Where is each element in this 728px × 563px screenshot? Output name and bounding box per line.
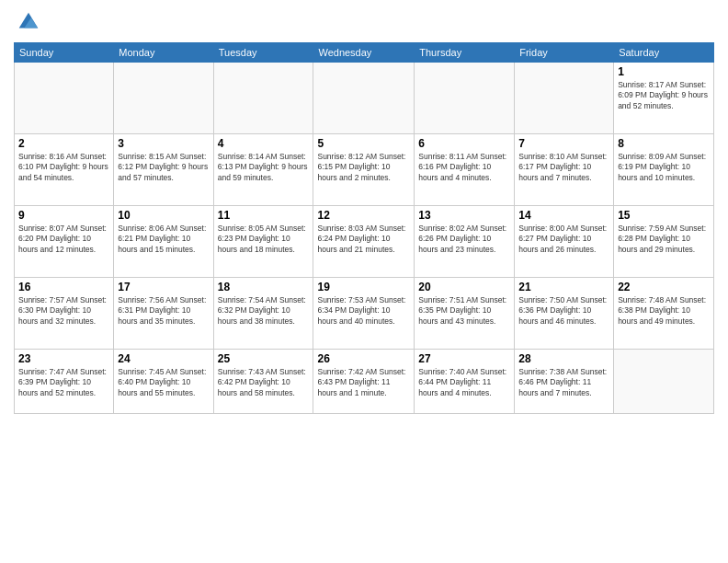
calendar-cell	[114, 63, 213, 134]
calendar-cell: 5Sunrise: 8:12 AM Sunset: 6:15 PM Daylig…	[313, 134, 415, 206]
day-number: 19	[317, 281, 410, 293]
day-info: Sunrise: 7:43 AM Sunset: 6:42 PM Dayligh…	[218, 367, 310, 398]
calendar-cell	[415, 63, 515, 134]
day-info: Sunrise: 7:56 AM Sunset: 6:31 PM Dayligh…	[118, 295, 209, 327]
day-info: Sunrise: 7:54 AM Sunset: 6:32 PM Dayligh…	[218, 295, 310, 327]
calendar-header-row: SundayMondayTuesdayWednesdayThursdayFrid…	[15, 43, 714, 63]
day-info: Sunrise: 8:03 AM Sunset: 6:24 PM Dayligh…	[317, 224, 410, 255]
day-number: 3	[118, 137, 209, 150]
col-header-monday: Monday	[114, 43, 213, 63]
day-number: 25	[218, 352, 310, 365]
day-number: 23	[18, 352, 109, 365]
day-info: Sunrise: 7:38 AM Sunset: 6:46 PM Dayligh…	[518, 367, 609, 398]
calendar-cell	[515, 63, 614, 134]
day-number: 2	[18, 137, 109, 150]
calendar-cell: 21Sunrise: 7:50 AM Sunset: 6:36 PM Dayli…	[515, 278, 614, 350]
calendar-cell: 19Sunrise: 7:53 AM Sunset: 6:34 PM Dayli…	[313, 278, 415, 350]
calendar-cell: 9Sunrise: 8:07 AM Sunset: 6:20 PM Daylig…	[15, 206, 114, 278]
day-info: Sunrise: 8:17 AM Sunset: 6:09 PM Dayligh…	[618, 80, 710, 111]
day-info: Sunrise: 7:59 AM Sunset: 6:28 PM Dayligh…	[618, 224, 710, 255]
calendar-cell	[15, 63, 114, 134]
day-number: 11	[218, 209, 310, 222]
calendar-week-2: 2Sunrise: 8:16 AM Sunset: 6:10 PM Daylig…	[15, 134, 714, 206]
day-number: 17	[118, 281, 209, 293]
day-info: Sunrise: 8:10 AM Sunset: 6:17 PM Dayligh…	[518, 152, 609, 183]
day-info: Sunrise: 7:40 AM Sunset: 6:44 PM Dayligh…	[418, 367, 510, 398]
calendar-cell: 13Sunrise: 8:02 AM Sunset: 6:26 PM Dayli…	[415, 206, 515, 278]
day-info: Sunrise: 8:12 AM Sunset: 6:15 PM Dayligh…	[317, 152, 410, 183]
day-number: 27	[418, 352, 510, 365]
day-number: 16	[18, 281, 109, 293]
calendar-cell: 12Sunrise: 8:03 AM Sunset: 6:24 PM Dayli…	[313, 206, 415, 278]
day-number: 28	[518, 352, 609, 365]
calendar-cell: 23Sunrise: 7:47 AM Sunset: 6:39 PM Dayli…	[15, 350, 114, 414]
day-info: Sunrise: 8:14 AM Sunset: 6:13 PM Dayligh…	[218, 152, 310, 183]
day-number: 10	[118, 209, 209, 222]
day-number: 1	[618, 65, 710, 78]
day-info: Sunrise: 8:07 AM Sunset: 6:20 PM Dayligh…	[18, 224, 109, 255]
calendar-cell: 18Sunrise: 7:54 AM Sunset: 6:32 PM Dayli…	[213, 278, 313, 350]
day-number: 6	[418, 137, 510, 150]
calendar-cell: 14Sunrise: 8:00 AM Sunset: 6:27 PM Dayli…	[515, 206, 614, 278]
calendar-cell: 22Sunrise: 7:48 AM Sunset: 6:38 PM Dayli…	[614, 278, 714, 350]
calendar-cell: 17Sunrise: 7:56 AM Sunset: 6:31 PM Dayli…	[114, 278, 213, 350]
day-number: 14	[518, 209, 609, 222]
day-info: Sunrise: 7:53 AM Sunset: 6:34 PM Dayligh…	[317, 295, 410, 327]
day-number: 20	[418, 281, 510, 293]
day-info: Sunrise: 7:48 AM Sunset: 6:38 PM Dayligh…	[618, 295, 710, 327]
calendar-week-3: 9Sunrise: 8:07 AM Sunset: 6:20 PM Daylig…	[15, 206, 714, 278]
calendar-cell: 8Sunrise: 8:09 AM Sunset: 6:19 PM Daylig…	[614, 134, 714, 206]
col-header-sunday: Sunday	[15, 43, 114, 63]
calendar-cell: 20Sunrise: 7:51 AM Sunset: 6:35 PM Dayli…	[415, 278, 515, 350]
day-info: Sunrise: 7:45 AM Sunset: 6:40 PM Dayligh…	[118, 367, 209, 398]
calendar-cell: 2Sunrise: 8:16 AM Sunset: 6:10 PM Daylig…	[15, 134, 114, 206]
day-info: Sunrise: 7:51 AM Sunset: 6:35 PM Dayligh…	[418, 295, 510, 327]
day-info: Sunrise: 8:11 AM Sunset: 6:16 PM Dayligh…	[418, 152, 510, 183]
calendar-cell: 3Sunrise: 8:15 AM Sunset: 6:12 PM Daylig…	[114, 134, 213, 206]
day-number: 21	[518, 281, 609, 293]
day-number: 26	[317, 352, 410, 365]
day-info: Sunrise: 8:02 AM Sunset: 6:26 PM Dayligh…	[418, 224, 510, 255]
day-info: Sunrise: 8:06 AM Sunset: 6:21 PM Dayligh…	[118, 224, 209, 255]
day-info: Sunrise: 7:42 AM Sunset: 6:43 PM Dayligh…	[317, 367, 410, 398]
calendar-cell: 28Sunrise: 7:38 AM Sunset: 6:46 PM Dayli…	[515, 350, 614, 414]
day-info: Sunrise: 8:15 AM Sunset: 6:12 PM Dayligh…	[118, 152, 209, 183]
calendar-week-4: 16Sunrise: 7:57 AM Sunset: 6:30 PM Dayli…	[15, 278, 714, 350]
day-number: 5	[317, 137, 410, 150]
day-info: Sunrise: 7:57 AM Sunset: 6:30 PM Dayligh…	[18, 295, 109, 327]
day-info: Sunrise: 8:05 AM Sunset: 6:23 PM Dayligh…	[218, 224, 310, 255]
calendar-week-1: 1Sunrise: 8:17 AM Sunset: 6:09 PM Daylig…	[15, 63, 714, 134]
calendar-cell: 4Sunrise: 8:14 AM Sunset: 6:13 PM Daylig…	[213, 134, 313, 206]
calendar-cell: 15Sunrise: 7:59 AM Sunset: 6:28 PM Dayli…	[614, 206, 714, 278]
day-number: 24	[118, 352, 209, 365]
calendar-cell: 16Sunrise: 7:57 AM Sunset: 6:30 PM Dayli…	[15, 278, 114, 350]
col-header-wednesday: Wednesday	[313, 43, 415, 63]
day-number: 12	[317, 209, 410, 222]
calendar-cell: 25Sunrise: 7:43 AM Sunset: 6:42 PM Dayli…	[213, 350, 313, 414]
day-number: 13	[418, 209, 510, 222]
calendar-week-5: 23Sunrise: 7:47 AM Sunset: 6:39 PM Dayli…	[15, 350, 714, 414]
calendar-cell: 24Sunrise: 7:45 AM Sunset: 6:40 PM Dayli…	[114, 350, 213, 414]
day-number: 4	[218, 137, 310, 150]
day-info: Sunrise: 8:09 AM Sunset: 6:19 PM Dayligh…	[618, 152, 710, 183]
col-header-friday: Friday	[515, 43, 614, 63]
day-info: Sunrise: 8:16 AM Sunset: 6:10 PM Dayligh…	[18, 152, 109, 183]
calendar-table: SundayMondayTuesdayWednesdayThursdayFrid…	[14, 42, 714, 414]
page-header	[14, 9, 714, 35]
logo-icon	[16, 9, 41, 35]
day-number: 15	[618, 209, 710, 222]
day-number: 18	[218, 281, 310, 293]
col-header-saturday: Saturday	[614, 43, 714, 63]
calendar-cell	[213, 63, 313, 134]
day-info: Sunrise: 8:00 AM Sunset: 6:27 PM Dayligh…	[518, 224, 609, 255]
calendar-cell	[614, 350, 714, 414]
day-number: 8	[618, 137, 710, 150]
col-header-tuesday: Tuesday	[213, 43, 313, 63]
day-info: Sunrise: 7:50 AM Sunset: 6:36 PM Dayligh…	[518, 295, 609, 327]
day-number: 7	[518, 137, 609, 150]
col-header-thursday: Thursday	[415, 43, 515, 63]
calendar-cell: 26Sunrise: 7:42 AM Sunset: 6:43 PM Dayli…	[313, 350, 415, 414]
day-number: 9	[18, 209, 109, 222]
day-number: 22	[618, 281, 710, 293]
calendar-cell	[313, 63, 415, 134]
